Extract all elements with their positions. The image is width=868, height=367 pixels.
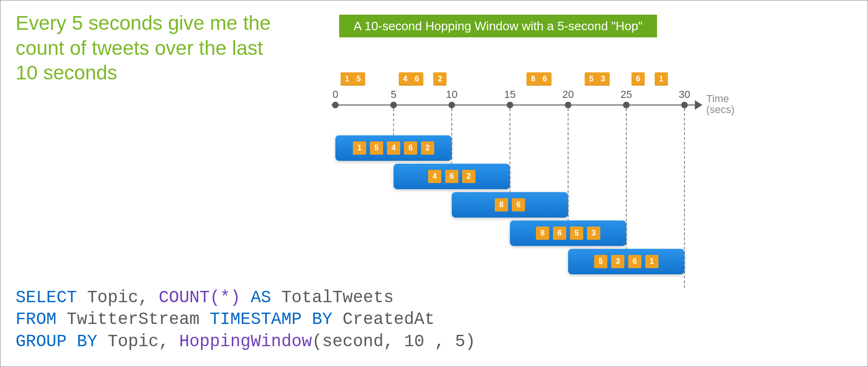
time-axis (332, 105, 696, 105)
sql-fn: HoppingWindow (179, 332, 312, 351)
axis-label: Time (secs) (706, 93, 735, 115)
drop-line (509, 108, 510, 203)
event-marker: 5 (352, 72, 365, 86)
window-event: 3 (587, 227, 600, 240)
window-event: 6 (445, 170, 458, 183)
tick-label: 0 (333, 88, 338, 101)
axis-label-top: Time (706, 93, 729, 105)
sql-kw: AS (251, 288, 271, 307)
window-event: 6 (553, 227, 566, 240)
sql-text: TotalTweets (271, 288, 394, 307)
window-event: 6 (628, 255, 641, 268)
window-bar: 462 (394, 164, 510, 189)
event-marker: 6 (631, 72, 645, 86)
window-event: 4 (387, 141, 400, 155)
window-event: 3 (611, 255, 624, 268)
slide: Every 5 seconds give me the count of twe… (0, 0, 868, 367)
banner: A 10-second Hopping Window with a 5-seco… (339, 15, 657, 37)
window-bar: 8653 (510, 220, 626, 246)
tick-label: 20 (562, 88, 574, 101)
sql-text: TwitterStream (56, 310, 210, 329)
window-bar: 15462 (335, 135, 452, 161)
tick-dot (623, 102, 630, 108)
window-event: 8 (495, 198, 508, 211)
window-event: 2 (421, 141, 434, 155)
tick-dot (448, 102, 455, 108)
tick-label: 5 (391, 88, 396, 101)
sql-text: (second, 10 , 5) (312, 332, 476, 351)
event-marker: 6 (538, 72, 552, 86)
window-event: 1 (645, 255, 658, 268)
window-bar: 5361 (568, 249, 684, 274)
sql-kw: SELECT (16, 288, 77, 307)
event-marker: 5 (585, 72, 598, 86)
sql-text: CreatedAt (333, 310, 435, 329)
event-marker: 3 (596, 72, 610, 86)
tick-label: 30 (679, 88, 690, 101)
window-event: 5 (370, 141, 383, 155)
sql-kw: GROUP BY (16, 332, 97, 351)
window-event: 8 (536, 227, 549, 240)
tick-dot (390, 102, 397, 108)
sql-text: Topic, (77, 288, 159, 307)
window-event: 1 (353, 141, 366, 155)
sql-text (240, 288, 251, 307)
sql-text: Topic, (97, 332, 179, 351)
window-bar: 86 (452, 192, 568, 218)
sql-block: SELECT Topic, COUNT(*) AS TotalTweets FR… (16, 287, 475, 353)
event-marker: 1 (655, 72, 668, 86)
sql-kw: TIMESTAMP BY (210, 310, 332, 329)
tick-dot (507, 102, 513, 108)
window-event: 4 (428, 170, 441, 183)
window-event: 6 (512, 198, 525, 211)
tick-dot (681, 102, 688, 108)
window-event: 2 (462, 170, 475, 183)
sql-kw: FROM (16, 310, 56, 329)
event-marker: 8 (526, 72, 540, 86)
tick-dot (332, 102, 339, 108)
window-event: 6 (404, 141, 417, 155)
axis-label-bottom: (secs) (706, 104, 735, 115)
tick-dot (565, 102, 571, 108)
sql-fn: COUNT(*) (158, 288, 240, 307)
event-marker: 6 (410, 72, 423, 86)
tick-label: 15 (504, 88, 516, 101)
window-event: 5 (570, 227, 583, 240)
tick-label: 25 (621, 88, 632, 101)
headline: Every 5 seconds give me the count of twe… (16, 11, 281, 86)
tick-label: 10 (446, 88, 457, 101)
event-marker: 2 (433, 72, 447, 86)
window-event: 5 (594, 255, 607, 268)
axis-arrow-icon (695, 100, 702, 110)
